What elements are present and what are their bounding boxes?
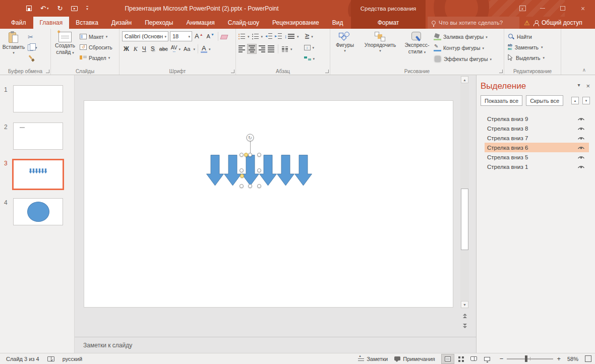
customize-qat-button[interactable]: ▾ [86,6,88,11]
minimize-button[interactable] [532,0,553,17]
resize-handle-e[interactable] [257,168,261,172]
dialog-launcher-icon[interactable] [499,70,503,73]
shrink-font-button[interactable]: А▼ [206,32,215,40]
change-case-button[interactable]: Aa [182,44,192,53]
zoom-slider[interactable] [507,358,553,359]
scroll-up-button[interactable]: ▲ [461,76,468,83]
shape-outline-button[interactable]: Контур фигуры▾ [433,43,493,53]
zoom-level[interactable]: 58% [567,356,578,362]
show-all-button[interactable]: Показать все [481,95,522,106]
ribbon-display-options-button[interactable]: ▴ [512,0,532,17]
notes-bar[interactable]: Заметки к слайду [75,337,476,353]
font-family-combo[interactable]: Calibri (Основн▾ [122,31,168,41]
redo-button[interactable]: ↻ [57,5,63,12]
arrange-button[interactable]: Упорядочить ▾ [359,30,401,67]
start-slideshow-button[interactable]: ▸ [71,6,78,11]
tab-file[interactable]: Файл [4,17,33,29]
section-button[interactable]: Раздел▾ [79,52,113,63]
slide-preview[interactable] [13,123,63,150]
chevron-down-icon[interactable]: ▾ [47,7,49,10]
copy-button[interactable]: ▾ [27,42,38,53]
quick-styles-button[interactable]: Экспресс- стили ▾ [401,30,433,67]
convert-smartart-button[interactable]: ▾ [303,53,316,64]
slide-indicator[interactable]: Слайд 3 из 4 [6,356,39,362]
visibility-eye-icon[interactable] [577,164,585,169]
tab-review[interactable]: Рецензирование [266,17,326,29]
clear-formatting-button[interactable] [220,35,228,39]
send-backward-button[interactable]: ▼ [582,97,590,104]
shape-effects-button[interactable]: Эффекты фигуры▾ [433,54,493,64]
slide-preview[interactable] [12,159,64,190]
adjust-handle[interactable] [240,174,244,178]
bring-forward-button[interactable]: ▲ [571,97,579,104]
tab-slideshow[interactable]: Слайд-шоу [221,17,266,29]
zoom-slider-thumb[interactable] [525,355,527,362]
normal-view-button[interactable] [442,354,454,363]
next-slide-button[interactable] [460,322,469,330]
fit-slide-to-window-button[interactable] [585,355,591,362]
align-right-button[interactable] [259,45,265,52]
font-size-combo[interactable]: 18▾ [170,31,192,41]
previous-slide-button[interactable] [460,312,469,320]
resize-handle-w[interactable] [240,168,244,172]
language-indicator[interactable]: русский [63,356,82,362]
align-text-button[interactable]: ↕▾ [303,42,316,52]
slide-preview[interactable] [13,198,63,225]
font-color-button[interactable]: А [201,45,207,53]
shape-list-item[interactable]: Стрелка вниз 7 [485,133,589,143]
decrease-indent-button[interactable] [265,33,272,39]
text-shadow-button[interactable]: S [149,44,156,53]
shape-list-item[interactable]: Стрелка вниз 9 [485,114,589,124]
tell-me-box[interactable]: Что вы хотите сделать? [428,17,519,29]
bold-button[interactable]: Ж [122,44,131,53]
text-direction-button[interactable]: А‖▾ [303,31,316,41]
notes-toggle-button[interactable]: Заметки [358,356,388,362]
slide-preview[interactable] [13,85,63,112]
warning-indicator[interactable]: ⚠ [521,17,533,29]
replace-button[interactable]: abacЗаменить▾ [505,41,560,52]
visibility-eye-icon[interactable] [577,126,585,131]
tab-transitions[interactable]: Переходы [138,17,180,29]
tab-home[interactable]: Главная [33,17,70,29]
reset-button[interactable]: ↺Сбросить [79,42,113,52]
increase-indent-button[interactable] [275,33,282,39]
dialog-launcher-icon[interactable] [325,70,329,73]
scroll-down-button[interactable]: ▼ [461,301,468,308]
tab-design[interactable]: Дизайн [105,17,138,29]
strikethrough-button[interactable]: abc [158,44,169,53]
resize-handle-ne[interactable] [257,153,261,157]
close-button[interactable]: × [573,0,593,17]
dialog-launcher-icon[interactable] [231,70,234,73]
slide-sorter-view-button[interactable] [455,354,467,363]
dialog-launcher-icon[interactable] [46,70,49,73]
vertical-scrollbar[interactable]: ▲ ▼ [460,76,469,309]
shape-list-item[interactable]: Стрелка вниз 1 [485,162,589,171]
shapes-button[interactable]: Фигуры ▾ [331,30,359,67]
numbering-button[interactable] [252,34,259,39]
zoom-in-button[interactable]: + [557,356,561,361]
columns-button[interactable] [282,46,288,52]
slideshow-view-button[interactable] [481,354,493,363]
adjust-handle[interactable] [244,153,248,157]
align-left-button[interactable] [239,45,245,52]
layout-button[interactable]: Макет▾ [79,31,113,42]
tab-view[interactable]: Вид [326,17,350,29]
shape-fill-button[interactable]: Заливка фигуры▾ [433,32,493,42]
spellcheck-icon[interactable] [47,356,54,361]
new-slide-button[interactable]: Создать слайд ▾ [51,30,79,67]
align-center-button[interactable] [248,44,256,53]
resize-handle-nw[interactable] [240,153,244,157]
tab-animations[interactable]: Анимация [180,17,221,29]
cut-button[interactable]: ✂ [27,32,38,42]
resize-handle-s[interactable] [248,184,252,188]
tab-format[interactable]: Формат [351,17,426,29]
format-painter-button[interactable] [27,53,38,64]
zoom-out-button[interactable]: − [500,356,504,361]
visibility-eye-icon[interactable] [577,155,585,159]
hide-all-button[interactable]: Скрыть все [526,95,563,106]
resize-handle-se[interactable] [257,184,261,188]
tab-insert[interactable]: Вставка [69,17,105,29]
shape-list-item[interactable]: Стрелка вниз 5 [485,152,589,162]
paste-button[interactable]: Вставить ▾ [1,30,27,67]
underline-button[interactable]: Ч [141,44,148,53]
